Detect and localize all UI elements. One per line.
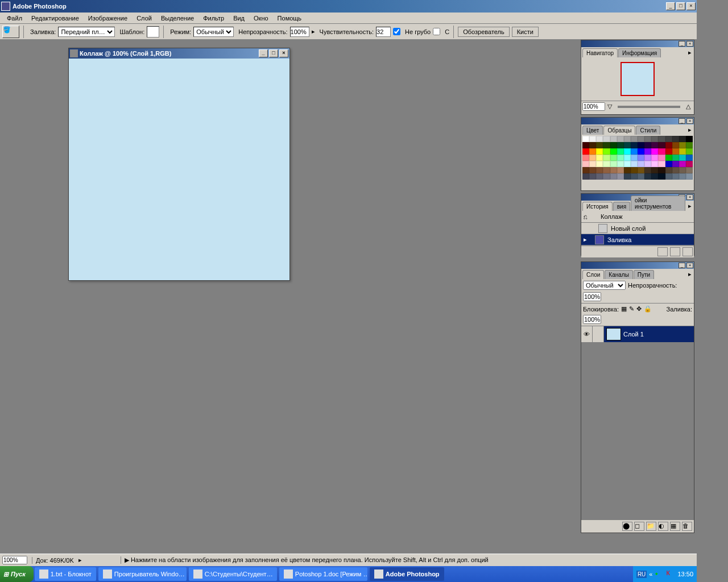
swatch-cell[interactable] <box>651 155 658 161</box>
tray-arrow-icon[interactable]: « <box>649 571 652 577</box>
swatch-cell[interactable] <box>617 142 624 148</box>
menu-select[interactable]: Выделение <box>156 14 198 23</box>
tray-icon-1[interactable]: ⬥ <box>655 569 664 579</box>
swatch-cell[interactable] <box>610 161 617 167</box>
history-snapshot[interactable]: ⎌ Коллаж <box>581 211 694 223</box>
opacity-input[interactable] <box>290 27 309 37</box>
swatch-cell[interactable] <box>679 136 686 142</box>
visibility-toggle[interactable]: 👁 <box>581 326 593 342</box>
swatch-cell[interactable] <box>672 167 679 173</box>
doc-close-button[interactable]: × <box>279 49 288 57</box>
swatch-cell[interactable] <box>665 155 672 161</box>
menu-view[interactable]: Вид <box>229 14 249 23</box>
swatch-cell[interactable] <box>665 161 672 167</box>
nav-zoom-input[interactable] <box>582 102 605 111</box>
layer-mask-button[interactable]: ◻ <box>634 522 644 531</box>
swatch-cell[interactable] <box>603 155 610 161</box>
status-zoom-input[interactable] <box>2 556 27 564</box>
swatch-cell[interactable] <box>610 142 617 148</box>
opacity-flyout[interactable]: ▸ <box>312 28 315 35</box>
menu-help[interactable]: Помощь <box>273 14 307 23</box>
lang-indicator[interactable]: RU <box>636 571 647 578</box>
swatch-cell[interactable] <box>644 161 651 167</box>
swatch-cell[interactable] <box>589 148 596 155</box>
history-tab[interactable]: История <box>582 202 613 211</box>
task-explorer[interactable]: С:\Студенты\Студент… <box>189 567 277 581</box>
swatch-cell[interactable] <box>658 173 665 180</box>
swatch-cell[interactable] <box>644 136 651 142</box>
swatch-cell[interactable] <box>658 161 665 167</box>
navigator-tab[interactable]: Навигатор <box>582 48 618 57</box>
pattern-swatch[interactable] <box>147 26 159 38</box>
swatch-cell[interactable] <box>589 161 596 167</box>
swatch-cell[interactable] <box>624 136 631 142</box>
swatch-cell[interactable] <box>672 148 679 155</box>
swatch-cell[interactable] <box>596 167 603 173</box>
swatch-cell[interactable] <box>631 148 638 155</box>
swatch-cell[interactable] <box>624 142 631 148</box>
menu-file[interactable]: Файл <box>2 14 27 23</box>
swatch-cell[interactable] <box>672 142 679 148</box>
blend-mode-select[interactable]: Обычный <box>583 281 626 290</box>
swatch-cell[interactable] <box>686 173 693 180</box>
lock-paint-icon[interactable]: ✎ <box>629 305 634 313</box>
menu-edit[interactable]: Редактирование <box>27 14 84 23</box>
nav-close[interactable]: × <box>686 41 693 47</box>
swatch-cell[interactable] <box>610 136 617 142</box>
swatch-cell[interactable] <box>603 142 610 148</box>
swatch-cell[interactable] <box>610 167 617 173</box>
swatch-cell[interactable] <box>672 155 679 161</box>
swatch-cell[interactable] <box>589 167 596 173</box>
swatch-cell[interactable] <box>665 173 672 180</box>
task-notepad[interactable]: 1.txt - Блокнот <box>35 567 96 581</box>
swatch-cell[interactable] <box>679 155 686 161</box>
swatch-cell[interactable] <box>596 155 603 161</box>
status-flyout[interactable]: ▸ <box>78 556 82 564</box>
swatch-cell[interactable] <box>644 155 651 161</box>
swatch-cell[interactable] <box>638 142 644 148</box>
minimize-button[interactable]: _ <box>666 2 675 10</box>
swatch-cell[interactable] <box>665 136 672 142</box>
swatch-cell[interactable] <box>658 167 665 173</box>
swatch-cell[interactable] <box>686 142 693 148</box>
swatch-cell[interactable] <box>624 161 631 167</box>
swatch-cell[interactable] <box>596 142 603 148</box>
swatch-cell[interactable] <box>679 142 686 148</box>
new-doc-from-state-button[interactable] <box>657 247 668 256</box>
tolerance-input[interactable] <box>376 27 391 37</box>
swatch-cell[interactable] <box>672 173 679 180</box>
actions-tab[interactable]: вия <box>613 202 630 211</box>
swatch-cell[interactable] <box>665 142 672 148</box>
swatch-cell[interactable] <box>610 148 617 155</box>
lay-minimize[interactable]: _ <box>679 263 685 268</box>
swatch-cell[interactable] <box>638 167 644 173</box>
swatch-cell[interactable] <box>582 173 589 180</box>
swatch-cell[interactable] <box>596 136 603 142</box>
zoom-in-icon[interactable]: △ <box>686 103 690 110</box>
swatch-cell[interactable] <box>644 167 651 173</box>
swatch-cell[interactable] <box>658 148 665 155</box>
swatch-cell[interactable] <box>638 155 644 161</box>
lock-move-icon[interactable]: ✥ <box>636 305 642 313</box>
tray-icon-2[interactable]: К <box>666 569 675 579</box>
brushes-tab[interactable]: Кисти <box>512 27 539 37</box>
swatch-cell[interactable] <box>638 136 644 142</box>
swatch-cell[interactable] <box>596 161 603 167</box>
start-button[interactable]: ⊞ Пуск <box>0 566 34 582</box>
swatch-cell[interactable] <box>658 155 665 161</box>
swatch-cell[interactable] <box>631 167 638 173</box>
styles-tab[interactable]: Стили <box>636 126 660 135</box>
close-button[interactable]: × <box>686 2 696 10</box>
info-tab[interactable]: Информация <box>618 48 661 57</box>
swatch-cell[interactable] <box>596 148 603 155</box>
swatch-cell[interactable] <box>679 173 686 180</box>
delete-state-button[interactable] <box>682 247 693 256</box>
hist-close[interactable]: × <box>686 194 693 200</box>
history-item-new-layer[interactable]: Новый слой <box>581 223 694 234</box>
antialias-checkbox[interactable] <box>393 28 400 35</box>
delete-layer-button[interactable]: 🗑 <box>682 522 692 531</box>
swatch-cell[interactable] <box>651 173 658 180</box>
adjustment-layer-button[interactable]: ◐ <box>658 522 668 531</box>
swatches-tab[interactable]: Образцы <box>603 126 635 135</box>
mode-select[interactable]: Обычный <box>193 27 234 37</box>
